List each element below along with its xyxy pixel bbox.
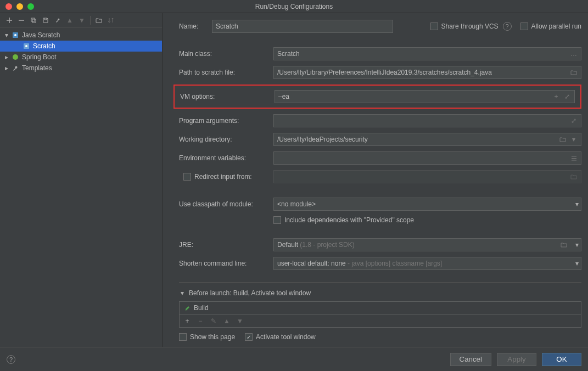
name-label: Name: [179, 23, 208, 30]
classpath-dropdown[interactable]: <no module> ▾ [273, 198, 581, 211]
edit-icon: ✎ [209, 317, 218, 325]
redirect-input-field [273, 170, 581, 183]
vm-options-input[interactable] [275, 90, 575, 103]
main-class-input[interactable] [273, 47, 581, 60]
apply-button: Apply [497, 353, 536, 366]
redirect-input-checkbox[interactable]: Redirect input from: [179, 173, 273, 181]
tree-item-label: Java Scratch [22, 31, 60, 39]
tree-item-scratch[interactable]: Scratch [0, 41, 162, 52]
move-down-icon: ▼ [77, 15, 87, 25]
before-launch-section: ▾ Before launch: Build, Activate tool wi… [179, 282, 581, 341]
path-input[interactable] [273, 66, 581, 79]
sidebar-toolbar: ▲ ▼ [0, 13, 162, 27]
activate-window-checkbox[interactable]: ✓ Activate tool window [245, 333, 316, 341]
env-label: Environment variables: [179, 154, 273, 162]
add-icon[interactable]: + [183, 317, 192, 325]
help-icon[interactable]: ? [7, 355, 15, 364]
hammer-icon [183, 303, 192, 312]
spring-icon [11, 53, 20, 61]
help-icon[interactable]: ? [503, 22, 512, 31]
env-input[interactable] [273, 151, 581, 165]
jre-label: JRE: [179, 241, 273, 249]
prog-args-input[interactable] [273, 114, 581, 127]
browse-icon[interactable]: … [569, 48, 579, 59]
include-deps-label: Include dependencies with "Provided" sco… [284, 216, 414, 224]
tree-item-label: Templates [22, 64, 52, 72]
activate-window-label: Activate tool window [256, 333, 316, 341]
java-scratch-icon [11, 31, 20, 40]
ok-button[interactable]: OK [542, 353, 581, 366]
checkbox-icon [430, 23, 438, 30]
main-class-label: Main class: [179, 50, 273, 58]
list-icon[interactable] [569, 153, 579, 164]
chevron-down-icon: ▾ [575, 260, 579, 267]
show-page-checkbox[interactable]: Show this page [179, 333, 235, 341]
window-title: Run/Debug Configurations [0, 3, 588, 10]
jre-value: Default (1.8 - project SDK) [277, 241, 355, 249]
name-row: Name: Share through VCS ? Allow parallel… [179, 20, 581, 33]
include-deps-checkbox[interactable]: Include dependencies with "Provided" sco… [273, 216, 581, 224]
folder-icon[interactable] [558, 134, 568, 145]
tree-item-templates[interactable]: ▸ Templates [0, 63, 162, 74]
chevron-right-icon: ▸ [3, 54, 10, 60]
wrench-icon[interactable] [53, 15, 63, 25]
cancel-button[interactable]: Cancel [450, 353, 492, 366]
workdir-label: Working directory: [179, 136, 273, 143]
checkbox-checked-icon: ✓ [245, 333, 253, 341]
bottom-bar: ? Cancel Apply OK [0, 347, 588, 371]
plus-icon[interactable]: + [551, 91, 561, 102]
save-icon[interactable] [41, 15, 51, 25]
remove-icon: − [196, 317, 205, 325]
remove-icon[interactable] [16, 15, 26, 25]
add-icon[interactable] [4, 15, 14, 25]
before-launch-list: Build + − ✎ ▲ ▼ [179, 301, 581, 328]
titlebar: Run/Debug Configurations [0, 0, 588, 13]
allow-parallel-checkbox[interactable]: Allow parallel run [520, 23, 581, 30]
tree-item-spring-boot[interactable]: ▸ Spring Boot [0, 52, 162, 63]
tree-item-label: Spring Boot [22, 53, 57, 61]
chevron-down-icon[interactable]: ▾ [569, 134, 579, 145]
copy-icon[interactable] [29, 15, 38, 25]
move-up-icon: ▲ [222, 317, 231, 325]
before-launch-title: Before launch: Build, Activate tool wind… [189, 289, 311, 297]
jre-dropdown[interactable]: Default (1.8 - project SDK) ▾ [273, 238, 581, 251]
share-vcs-checkbox[interactable]: Share through VCS [430, 23, 499, 30]
chevron-down-icon: ▾ [575, 200, 579, 208]
tree-item-label: Scratch [33, 42, 55, 50]
svg-point-5 [25, 45, 27, 47]
before-launch-item-build[interactable]: Build [180, 302, 581, 314]
shorten-dropdown[interactable]: user-local default: none - java [options… [273, 257, 581, 270]
svg-point-6 [13, 54, 18, 60]
config-tree: ▾ Java Scratch Scratch ▸ Spring Boot ▸ T… [0, 27, 162, 347]
expand-icon[interactable]: ⤢ [562, 91, 572, 102]
folder-icon[interactable] [94, 15, 104, 25]
before-launch-header[interactable]: ▾ Before launch: Build, Activate tool wi… [179, 289, 581, 297]
wrench-icon [11, 64, 20, 72]
main-panel: Name: Share through VCS ? Allow parallel… [163, 13, 588, 347]
name-input[interactable] [212, 20, 393, 33]
prog-args-label: Program arguments: [179, 117, 273, 125]
separator [90, 16, 91, 25]
svg-rect-1 [32, 19, 36, 23]
folder-icon[interactable] [559, 239, 569, 250]
folder-icon[interactable] [569, 67, 579, 78]
shorten-value: user-local default: none - java [options… [277, 260, 442, 267]
build-label: Build [194, 304, 209, 312]
expand-icon[interactable]: ⤢ [569, 115, 579, 126]
checkbox-icon [183, 173, 191, 181]
chevron-right-icon: ▸ [3, 65, 10, 71]
sort-icon [106, 15, 116, 25]
chevron-down-icon: ▾ [179, 290, 186, 296]
allow-parallel-label: Allow parallel run [531, 23, 581, 30]
shorten-label: Shorten command line: [179, 260, 273, 267]
svg-point-3 [14, 34, 16, 36]
classpath-label: Use classpath of module: [179, 200, 273, 208]
share-vcs-label: Share through VCS [441, 23, 499, 30]
show-page-label: Show this page [190, 333, 235, 341]
tree-item-java-scratch[interactable]: ▾ Java Scratch [0, 30, 162, 41]
before-launch-toolbar: + − ✎ ▲ ▼ [180, 314, 581, 327]
svg-rect-0 [31, 18, 35, 21]
workdir-input[interactable] [273, 133, 581, 146]
checkbox-icon [520, 23, 528, 30]
checkbox-icon [273, 216, 281, 224]
